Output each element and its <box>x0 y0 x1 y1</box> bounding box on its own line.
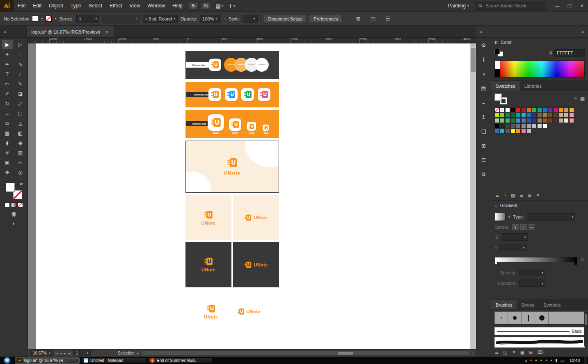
scroll-right-icon[interactable]: › <box>472 351 474 355</box>
tray-app-red-icon[interactable]: ● <box>530 359 532 362</box>
document-info-icon[interactable]: ▤ <box>479 84 488 92</box>
collapse-left-icon[interactable]: « <box>0 30 10 34</box>
tray-app-blue-icon[interactable]: ● <box>545 359 547 362</box>
stroke-weight-field[interactable]: ▲▼▾ <box>76 15 99 23</box>
status-arrow-icon[interactable]: ▸ <box>137 351 139 355</box>
swatch[interactable] <box>510 118 515 123</box>
action-center-icon[interactable]: ▭ <box>560 359 564 362</box>
swap-fill-stroke-icon[interactable]: ⇄ <box>20 182 23 186</box>
swatch[interactable] <box>569 113 574 118</box>
first-artboard-icon[interactable]: |◂ <box>55 351 58 355</box>
minimize-button[interactable]: — <box>551 0 563 11</box>
opacity-arrow-icon[interactable]: › <box>224 16 226 21</box>
swatch[interactable] <box>532 123 537 128</box>
brush-options-icon[interactable]: ▣ <box>520 350 524 355</box>
swatch[interactable] <box>569 118 574 123</box>
task-illustrator[interactable]: Ailogo.ai* @ 16,67% (R... <box>15 357 80 364</box>
swatch[interactable] <box>505 129 510 134</box>
search-input[interactable] <box>485 3 543 9</box>
symbol-sprayer-tool[interactable]: ※ <box>2 148 13 157</box>
restore-button[interactable]: ❐ <box>563 0 576 11</box>
brush-1pt-round[interactable] <box>494 312 508 324</box>
volume-icon[interactable]: ◖ <box>550 359 552 362</box>
swatch[interactable] <box>516 113 521 118</box>
menu-edit[interactable]: Edit <box>29 0 45 11</box>
zoom-level-dropdown[interactable]: 16,67%▾ <box>30 350 53 356</box>
next-artboard-icon[interactable]: ▸ <box>64 351 66 355</box>
fill-chevron-icon[interactable]: ▾ <box>41 17 43 20</box>
scroll-up-icon[interactable]: ▲ <box>472 43 475 48</box>
horizontal-scroll-thumb[interactable] <box>338 352 353 355</box>
swatch[interactable] <box>542 123 547 128</box>
transform-panel-icon[interactable]: ⊞ <box>479 141 488 150</box>
menu-help[interactable]: Help <box>169 0 186 11</box>
color-spectrum[interactable] <box>494 60 585 77</box>
swatch[interactable] <box>494 123 499 128</box>
swatch[interactable] <box>564 113 569 118</box>
menu-view[interactable]: View <box>126 0 144 11</box>
new-color-group-icon[interactable]: ⊟ <box>519 193 523 198</box>
swatch[interactable] <box>521 123 526 128</box>
curvature-tool[interactable]: ∿ <box>15 59 26 69</box>
brush-libraries-icon[interactable]: ≣ <box>495 350 499 355</box>
align-panel-icon[interactable]: ☰ <box>479 156 488 164</box>
vertical-scroll-thumb[interactable] <box>471 48 476 72</box>
opacity-field[interactable]: 100%▾ <box>200 15 221 23</box>
tab-brushes[interactable]: Brushes <box>491 300 517 309</box>
menu-object[interactable]: Object <box>45 0 67 11</box>
swatch[interactable] <box>553 113 558 118</box>
rotate-tool[interactable]: ↻ <box>2 99 13 108</box>
free-transform-tool[interactable]: ▢ <box>15 109 26 118</box>
fill-stroke-widget[interactable]: ⇄ <box>6 183 22 199</box>
width-tool[interactable]: ↔ <box>2 109 13 118</box>
color-mode-button[interactable] <box>5 202 10 207</box>
swatch[interactable] <box>542 107 547 112</box>
swatch[interactable] <box>500 129 505 134</box>
column-graph-tool[interactable]: ▥ <box>15 148 26 157</box>
remove-brush-stroke-icon[interactable]: ✕ <box>512 350 516 355</box>
basic-brush-row[interactable]: Basic <box>494 327 585 335</box>
menu-file[interactable]: File <box>14 0 29 11</box>
artboard-tool[interactable]: ▣ <box>2 158 13 167</box>
fill-color-well[interactable] <box>6 183 15 192</box>
shape-builder-tool[interactable]: ⧉ <box>2 118 13 128</box>
delete-brush-icon[interactable]: ⌦ <box>537 350 544 355</box>
brush-5pt-flat[interactable] <box>522 312 535 324</box>
task-music[interactable]: ♪End of Summer Musi... <box>148 357 213 364</box>
swatch[interactable] <box>510 107 515 112</box>
gradient-mode-button[interactable] <box>11 202 16 207</box>
previous-artboard-icon[interactable]: ◂ <box>60 351 62 355</box>
swatch[interactable] <box>526 123 531 128</box>
swatch[interactable] <box>526 107 531 112</box>
stroke-chevron-icon[interactable]: ▾ <box>55 17 56 20</box>
menu-select[interactable]: Select <box>85 0 106 11</box>
swatch[interactable] <box>553 118 558 123</box>
layers-icon[interactable]: ❏ <box>479 127 488 135</box>
swatch[interactable] <box>505 123 510 128</box>
arrange-documents-icon[interactable]: ▦▾ <box>216 3 223 9</box>
swatch[interactable] <box>510 113 515 118</box>
swatch[interactable] <box>526 129 531 134</box>
stroke-swatch[interactable] <box>46 16 52 22</box>
canvas[interactable]: -2000-1500-1000-500050010001500200025003… <box>28 38 476 357</box>
swatch[interactable] <box>542 118 547 123</box>
delete-swatch-icon[interactable]: ✕ <box>536 193 540 198</box>
tab-close-icon[interactable]: ✕ <box>105 30 108 34</box>
swatch[interactable] <box>521 129 526 134</box>
swatch[interactable] <box>532 113 537 118</box>
swatch[interactable] <box>510 123 515 128</box>
swatch-libraries-icon[interactable]: ≣ <box>495 193 499 198</box>
brushes-scroll-thumb[interactable] <box>585 314 587 325</box>
gradient-aspect-dropdown[interactable]: ▾ <box>500 244 526 251</box>
swatch[interactable] <box>537 107 542 112</box>
swatch[interactable] <box>505 113 510 118</box>
paintbrush-tool[interactable]: ✎ <box>15 79 26 89</box>
fill-swatch[interactable] <box>32 16 38 22</box>
gradient-thumbnail[interactable] <box>495 213 506 221</box>
preferences-button[interactable]: Preferences <box>309 15 342 23</box>
swatch[interactable] <box>558 113 563 118</box>
scale-tool[interactable]: ⤢ <box>15 99 26 108</box>
swatch[interactable] <box>526 118 531 123</box>
swatch[interactable] <box>537 118 542 123</box>
task-notepad[interactable]: Untitled - Notepad <box>81 357 146 364</box>
